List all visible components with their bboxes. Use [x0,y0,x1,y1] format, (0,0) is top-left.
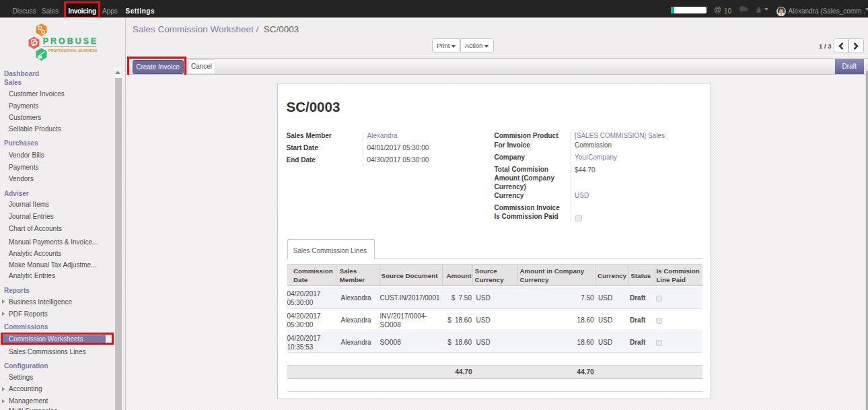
svg-text:PROBUSE: PROBUSE [43,36,99,46]
svg-text:PROFESSIONAL BUSINESS: PROFESSIONAL BUSINESS [48,48,98,53]
